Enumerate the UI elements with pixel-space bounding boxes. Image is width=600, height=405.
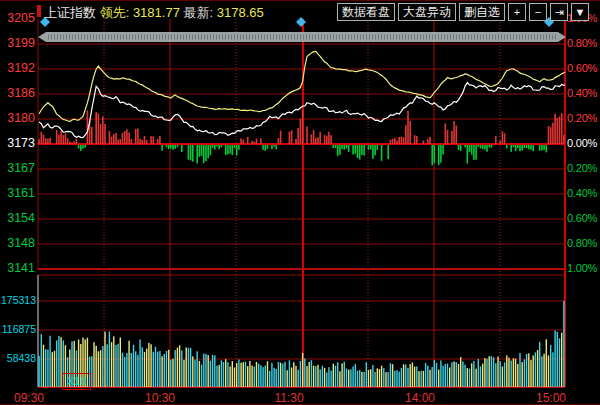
volume-bar [205,354,206,387]
percent-axis-label: 0.40% [567,87,600,100]
minute-up-bar [126,129,128,144]
volume-bar [517,364,518,387]
volume-bar [396,370,397,387]
minute-up-bar [100,124,102,144]
volume-bar [289,360,290,387]
minute-up-bar [396,141,398,145]
minute-down-bar [368,145,370,150]
minute-up-bar [49,138,51,144]
scrollbar-left-arrow[interactable] [38,32,46,42]
minute-up-bar [131,139,133,144]
minute-down-bar [84,145,86,148]
volume-bar [258,364,259,387]
volume-bar [115,345,116,387]
volume-bar [511,361,512,388]
minute-up-bar [144,136,146,144]
minute-down-bar [232,145,234,155]
minute-down-bar [519,145,521,151]
volume-bar [504,362,505,387]
minute-down-bar [543,145,545,150]
minute-down-bar [168,145,170,149]
minute-up-bar [251,141,253,144]
minute-up-bar [499,141,501,144]
minute-up-bar [427,139,429,144]
volume-bar [54,351,55,387]
minute-up-bar [111,137,113,144]
volume-bar [374,372,375,387]
volume-bar [352,367,353,388]
minute-up-bar [98,114,100,145]
time-axis-label: 14:00 [400,391,440,405]
volume-bar [436,363,437,387]
volume-bar [278,362,279,387]
volume-bar [148,343,149,387]
minute-up-bar [295,139,297,144]
volume-bar [377,368,378,387]
volume-bar [93,342,94,387]
goto-end-button[interactable]: ⇥ [550,3,568,21]
volume-bar [273,368,274,387]
minute-up-bar [109,131,111,144]
volume-bar [548,355,549,387]
minute-up-bar [71,142,73,144]
minute-down-bar [166,145,168,147]
intraday-chart-canvas[interactable] [0,1,600,405]
volume-bar [161,356,162,387]
minute-down-bar [517,145,519,148]
plus-button[interactable]: + [508,3,526,21]
minute-up-bar [278,138,280,144]
volume-bar [414,367,415,388]
volume-bar [315,366,316,387]
minute-up-bar [405,125,407,144]
time-axis-label: 15:00 [531,391,571,405]
minute-up-bar [447,130,449,144]
percent-axis-label: 0.60% [567,212,600,225]
dropdown-button[interactable]: ▼ [571,3,589,21]
volume-bar [291,368,292,388]
volume-bar [535,352,536,387]
volume-bar [216,366,217,387]
volume-bar [126,353,127,387]
range-scrollbar-thumb[interactable] [46,32,558,42]
volume-bar [469,369,470,387]
minute-down-bar [515,145,517,151]
minute-down-bar [526,145,528,148]
minute-down-bar [546,145,548,152]
minute-up-bar [260,138,262,144]
percent-axis-label: 0.40% [567,187,600,200]
volume-bar [543,354,544,387]
volume-bar [300,361,301,387]
volume-bar [381,366,382,387]
volume-bar [434,360,435,387]
minute-down-bar [339,145,341,155]
market-movement-button[interactable]: 大盘异动 [398,3,456,21]
minute-down-bar [469,145,471,152]
minute-up-bar [563,135,565,144]
minute-down-bar [374,145,376,155]
volume-bar [96,346,97,387]
minute-up-bar [324,135,326,144]
volume-bar [385,372,386,387]
volume-bar [122,353,123,387]
minute-down-bar [201,145,203,156]
volume-bar [208,355,209,387]
minute-down-bar [530,145,532,150]
minute-up-bar [58,135,60,145]
volume-bar [456,362,457,387]
volume-bar [438,370,439,388]
data-view-button[interactable]: 数据看盘 [337,3,395,21]
minute-down-bar [359,145,361,160]
minute-down-bar [464,145,466,147]
price-axis-label: 3141 [1,262,35,275]
price-axis-label: 3199 [1,37,35,50]
minute-down-bar [541,145,543,150]
volume-bar [524,359,525,387]
volume-bar [146,349,147,387]
chart-title: 上证指数 领先: 3181.77 最新: 3178.65 [44,4,264,22]
volume-bar [223,362,224,387]
minute-down-bar [188,145,190,160]
minute-down-bar [214,145,216,149]
minute-down-bar [273,145,275,147]
minus-button[interactable]: − [529,3,547,21]
delete-watchlist-button[interactable]: 删自选 [459,3,505,21]
